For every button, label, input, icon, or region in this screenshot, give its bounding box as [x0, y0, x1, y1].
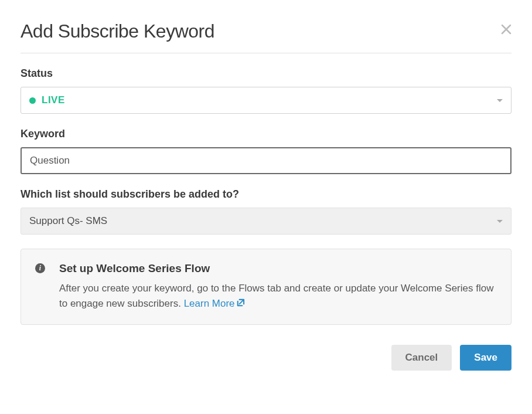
chevron-down-icon — [497, 99, 503, 102]
list-select[interactable]: Support Qs- SMS — [21, 208, 511, 235]
info-icon — [35, 263, 45, 273]
keyword-input[interactable] — [21, 147, 511, 174]
save-button[interactable]: Save — [460, 345, 511, 371]
keyword-group: Keyword — [21, 128, 511, 174]
close-icon — [501, 24, 511, 35]
list-label: Which list should subscribers be added t… — [21, 188, 511, 201]
close-button[interactable] — [501, 23, 511, 37]
modal-footer: Cancel Save — [21, 345, 511, 371]
external-link-icon — [236, 297, 245, 312]
list-value: Support Qs- SMS — [29, 215, 107, 227]
status-value: LIVE — [42, 94, 65, 106]
list-group: Which list should subscribers be added t… — [21, 188, 511, 235]
status-dot-icon — [29, 97, 36, 104]
info-content: Set up Welcome Series Flow After you cre… — [59, 262, 497, 311]
cancel-button[interactable]: Cancel — [391, 345, 452, 371]
status-label: Status — [21, 67, 511, 80]
info-title: Set up Welcome Series Flow — [59, 262, 497, 275]
info-callout: Set up Welcome Series Flow After you cre… — [21, 249, 511, 325]
learn-more-link[interactable]: Learn More — [184, 298, 245, 309]
status-value-wrap: LIVE — [29, 94, 65, 106]
learn-more-text: Learn More — [184, 298, 235, 309]
info-icon-wrap — [35, 263, 45, 273]
chevron-down-icon — [497, 220, 503, 223]
modal-header: Add Subscribe Keyword — [21, 21, 511, 53]
status-group: Status LIVE — [21, 67, 511, 114]
keyword-label: Keyword — [21, 128, 511, 140]
info-text: After you create your keyword, go to the… — [59, 283, 493, 309]
status-select[interactable]: LIVE — [21, 87, 511, 114]
modal-title: Add Subscribe Keyword — [21, 21, 214, 42]
info-body: After you create your keyword, go to the… — [59, 281, 497, 311]
